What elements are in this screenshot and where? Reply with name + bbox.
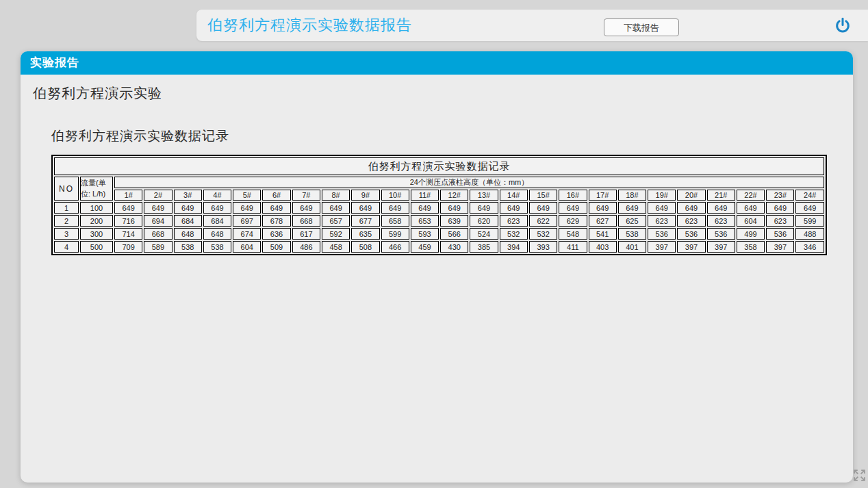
cell-value: 636: [262, 228, 290, 240]
table-row: 2200716694684684697678668657677658653639…: [54, 215, 824, 227]
cell-value: 548: [559, 228, 587, 240]
col-header-point: 22#: [737, 190, 765, 201]
cell-value: 536: [648, 228, 676, 240]
cell-value: 358: [737, 241, 765, 253]
cell-value: 623: [707, 215, 735, 227]
col-header-point: 12#: [440, 190, 468, 201]
cell-value: 649: [795, 202, 824, 214]
cell-value: 649: [648, 202, 676, 214]
col-header-point: 10#: [381, 190, 409, 201]
cell-value: 649: [114, 202, 142, 214]
col-header-point: 14#: [500, 190, 528, 201]
cell-value: 649: [174, 202, 202, 214]
col-header-point: 16#: [559, 190, 587, 201]
cell-value: 393: [529, 241, 557, 253]
header-band: 伯努利方程演示实验数据报告 下载报告: [196, 10, 868, 41]
col-header-group: 24个测压点液柱高度（单位：mm）: [114, 177, 824, 188]
col-header-point: 15#: [529, 190, 557, 201]
cell-value: 649: [203, 202, 231, 214]
col-header-point: 3#: [174, 190, 202, 201]
data-record-title: 伯努利方程演示实验数据记录: [51, 127, 229, 145]
cell-value: 668: [292, 215, 320, 227]
col-header-point: 18#: [618, 190, 646, 201]
cell-value: 697: [233, 215, 261, 227]
cell-value: 466: [381, 241, 409, 253]
col-header-point: 7#: [292, 190, 320, 201]
cell-value: 657: [322, 215, 350, 227]
page-title: 伯努利方程演示实验数据报告: [207, 10, 412, 41]
cell-value: 649: [351, 202, 379, 214]
cell-value: 649: [470, 202, 498, 214]
col-header-point: 20#: [677, 190, 705, 201]
cell-value: 623: [677, 215, 705, 227]
cell-value: 397: [766, 241, 794, 253]
col-header-point: 4#: [203, 190, 231, 201]
cell-value: 716: [114, 215, 142, 227]
cell-no: 2: [54, 215, 79, 227]
cell-value: 649: [262, 202, 290, 214]
cell-value: 430: [440, 241, 468, 253]
col-header-point: 23#: [766, 190, 794, 201]
cell-value: 709: [114, 241, 142, 253]
cell-value: 684: [174, 215, 202, 227]
cell-value: 538: [174, 241, 202, 253]
cell-value: 649: [292, 202, 320, 214]
cell-value: 627: [589, 215, 617, 227]
cell-value: 604: [737, 215, 765, 227]
cell-value: 541: [589, 228, 617, 240]
table-row: 1100649649649649649649649649649649649649…: [54, 202, 824, 214]
fullscreen-icon: [853, 474, 866, 484]
col-header-point: 5#: [233, 190, 261, 201]
cell-value: 635: [351, 228, 379, 240]
report-banner: 实验报告: [21, 51, 853, 75]
col-header-point: 13#: [470, 190, 498, 201]
cell-value: 486: [292, 241, 320, 253]
cell-value: 397: [707, 241, 735, 253]
cell-value: 623: [766, 215, 794, 227]
cell-value: 458: [322, 241, 350, 253]
col-header-point: 2#: [144, 190, 172, 201]
cell-value: 649: [440, 202, 468, 214]
col-header-no: NO: [54, 177, 79, 201]
col-header-point: 1#: [114, 190, 142, 201]
cell-value: 622: [529, 215, 557, 227]
cell-value: 649: [233, 202, 261, 214]
cell-value: 538: [203, 241, 231, 253]
cell-value: 599: [795, 215, 824, 227]
cell-value: 524: [470, 228, 498, 240]
cell-value: 649: [529, 202, 557, 214]
cell-value: 508: [351, 241, 379, 253]
cell-value: 592: [322, 228, 350, 240]
report-panel: 实验报告 伯努利方程演示实验 伯努利方程演示实验数据记录 伯努利方程演示实验数据…: [21, 51, 853, 483]
cell-value: 649: [411, 202, 439, 214]
download-report-button[interactable]: 下载报告: [604, 18, 679, 36]
cell-no: 1: [54, 202, 79, 214]
cell-value: 509: [262, 241, 290, 253]
cell-value: 617: [292, 228, 320, 240]
cell-value: 536: [707, 228, 735, 240]
cell-value: 658: [381, 215, 409, 227]
cell-value: 649: [322, 202, 350, 214]
table-container: 伯努利方程演示实验数据记录NO流量(单位: L/h)24个测压点液柱高度（单位：…: [51, 155, 827, 255]
cell-value: 649: [144, 202, 172, 214]
fullscreen-button[interactable]: [853, 469, 866, 482]
col-header-point: 9#: [351, 190, 379, 201]
cell-value: 678: [262, 215, 290, 227]
cell-value: 649: [381, 202, 409, 214]
cell-value: 538: [618, 228, 646, 240]
cell-value: 649: [589, 202, 617, 214]
power-icon: [834, 25, 851, 36]
col-header-point: 24#: [795, 190, 824, 201]
cell-value: 639: [440, 215, 468, 227]
table-row: 3300714668648648674636617592635599593566…: [54, 228, 824, 240]
cell-value: 394: [500, 241, 528, 253]
cell-value: 346: [795, 241, 824, 253]
col-header-point: 19#: [648, 190, 676, 201]
power-button[interactable]: [834, 17, 851, 34]
cell-value: 604: [233, 241, 261, 253]
cell-value: 625: [618, 215, 646, 227]
cell-flow: 300: [80, 228, 113, 240]
cell-flow: 200: [80, 215, 113, 227]
col-header-point: 17#: [589, 190, 617, 201]
col-header-point: 8#: [322, 190, 350, 201]
